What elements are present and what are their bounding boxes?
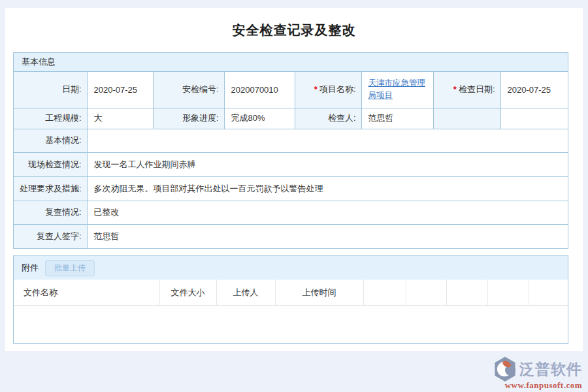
table-row: 处理要求及措施: 多次劝阻无果。项目部对其作出处以一百元罚款予以警告处理 [14, 176, 568, 201]
measures-value: 多次劝阻无果。项目部对其作出处以一百元罚款予以警告处理 [87, 176, 568, 201]
basic-info-section-header: 基本信息 [14, 53, 568, 72]
page-title: 安全检查记录及整改 [5, 8, 583, 39]
date-value: 2020-07-25 [87, 72, 153, 108]
project-name-label: *项目名称: [295, 72, 361, 108]
review-value: 已整改 [87, 201, 568, 224]
project-name-label-text: 项目名称: [319, 84, 356, 94]
basic-situation-label: 基本情况: [14, 129, 87, 152]
col-empty [406, 280, 446, 306]
table-row: 复查情况: 已整改 [14, 201, 568, 224]
table-row: 复查人签字: 范思哲 [14, 224, 568, 248]
required-marker: * [314, 84, 318, 94]
basic-situation-value [87, 129, 568, 152]
page: { "page": { "title": "安全检查记录及整改" }, "col… [0, 0, 588, 392]
attachments-section: 附件 批量上传 文件名称 文件大小 上传人 上传时间 [13, 255, 568, 344]
inspector-value: 范思哲 [361, 108, 433, 129]
progress-value: 完成80% [224, 108, 295, 129]
basic-info-section: 基本信息 日期: 2020-07-25 安检编号: 2020070010 *项目… [13, 52, 568, 249]
project-name-link[interactable]: 天津市应急管理局项目 [368, 78, 426, 100]
brand-website: www.fanpusoft.com [493, 380, 582, 391]
measures-label: 处理要求及措施: [14, 176, 87, 201]
check-date-label: *检查日期: [433, 72, 500, 108]
date-label: 日期: [14, 72, 87, 108]
inspector-label: 检查人: [295, 108, 361, 129]
review-sign-label: 复查人签字: [14, 224, 87, 248]
table-row: 日期: 2020-07-25 安检编号: 2020070010 *项目名称: 天… [14, 72, 568, 108]
attachments-title: 附件 [22, 262, 39, 274]
project-name-value-cell: 天津市应急管理局项目 [361, 72, 433, 108]
review-label: 复查情况: [14, 201, 87, 224]
scale-label: 工程规模: [14, 108, 87, 129]
inspection-no-value: 2020070010 [224, 72, 295, 108]
col-uploader: 上传人 [216, 280, 275, 306]
check-date-value: 2020-07-25 [500, 72, 568, 108]
site-check-label: 现场检查情况: [14, 152, 87, 176]
required-marker: * [453, 84, 457, 94]
col-upload-time: 上传时间 [275, 280, 363, 306]
empty-label-cell [433, 108, 500, 129]
review-sign-value: 范思哲 [87, 224, 568, 248]
fanpu-watermark: 泛普软件 www.fanpusoft.com [493, 356, 582, 391]
table-row: 基本情况: [14, 129, 568, 152]
col-empty [446, 280, 487, 306]
col-file-size: 文件大小 [159, 280, 216, 306]
check-date-label-text: 检查日期: [459, 84, 495, 94]
batch-upload-button[interactable]: 批量上传 [45, 260, 95, 276]
empty-value-cell [500, 108, 568, 129]
content-card: 安全检查记录及整改 基本信息 日期: 2020-07-25 安检编号: 2020… [5, 8, 583, 351]
col-empty [487, 280, 529, 306]
col-empty [363, 280, 406, 306]
basic-info-table: 日期: 2020-07-25 安检编号: 2020070010 *项目名称: 天… [14, 72, 568, 248]
attachments-section-header: 附件 批量上传 [14, 256, 568, 280]
brand-name: 泛普软件 [519, 359, 582, 380]
attachments-header-row: 文件名称 文件大小 上传人 上传时间 [14, 280, 568, 306]
fanpu-logo-icon [493, 356, 517, 382]
table-row: 工程规模: 大 形象进度: 完成80% 检查人: 范思哲 [14, 108, 568, 129]
table-row: 现场检查情况: 发现一名工人作业期间赤膊 [14, 152, 568, 176]
progress-label: 形象进度: [153, 108, 224, 129]
col-file-name: 文件名称 [14, 280, 159, 306]
site-check-value: 发现一名工人作业期间赤膊 [87, 152, 568, 176]
scale-value: 大 [87, 108, 153, 129]
attachments-table: 文件名称 文件大小 上传人 上传时间 [14, 280, 568, 306]
col-empty [529, 280, 568, 306]
inspection-no-label: 安检编号: [153, 72, 224, 108]
